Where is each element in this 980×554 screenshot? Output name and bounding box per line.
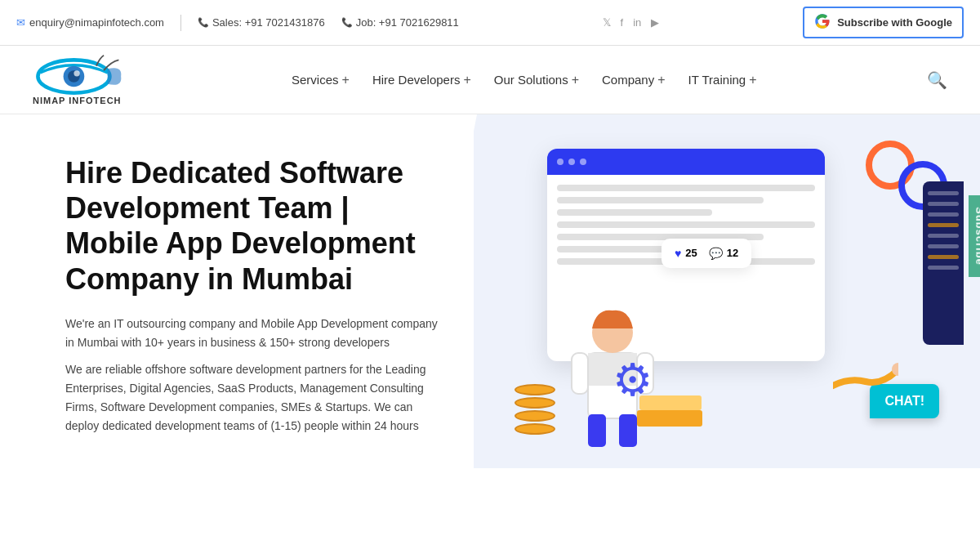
nav-link-it-training[interactable]: IT Training + xyxy=(688,73,757,87)
youtube-icon[interactable]: ▶ xyxy=(651,16,659,29)
svg-rect-7 xyxy=(572,353,588,394)
navbar: NIMAP INFOTECH Services + Hire Developer… xyxy=(0,46,980,114)
divider xyxy=(180,15,181,31)
nav-item-it-training[interactable]: IT Training + xyxy=(688,73,757,87)
linkedin-icon[interactable]: in xyxy=(633,16,641,29)
services-plus-icon: + xyxy=(342,73,350,87)
browser-line-3 xyxy=(557,209,712,216)
browser-bar xyxy=(547,149,825,175)
nav-link-our-solutions[interactable]: Our Solutions + xyxy=(494,73,579,87)
book-stack-bottom xyxy=(639,395,702,410)
subscribe-side-label: Subscribe xyxy=(974,207,981,266)
nav-item-our-solutions[interactable]: Our Solutions + xyxy=(494,73,579,87)
coin-3 xyxy=(514,410,555,422)
google-g-icon xyxy=(814,13,831,32)
hero-illustration: ♥ 25 💬 12 xyxy=(474,114,980,468)
sales-number: Sales: +91 7021431876 xyxy=(212,16,325,29)
social-icons: 𝕏 f in ▶ xyxy=(603,16,660,29)
search-icon[interactable]: 🔍 xyxy=(927,70,947,90)
subscribe-label: Subscribe with Google xyxy=(837,16,952,29)
nav-link-hire-developers[interactable]: Hire Developers + xyxy=(372,73,471,87)
hero-left: Hire Dedicated Software Development Team… xyxy=(0,114,474,468)
browser-dot-3 xyxy=(580,159,586,165)
top-bar-contact: ✉ enquiry@nimapinfotech.com 📞 Sales: +91… xyxy=(16,15,459,31)
svg-rect-9 xyxy=(588,414,606,447)
nav-link-company[interactable]: Company + xyxy=(602,73,666,87)
our-solutions-plus-icon: + xyxy=(572,73,579,87)
phone-icon-job: 📞 xyxy=(341,17,353,28)
phone-icon-sales: 📞 xyxy=(198,17,209,28)
it-training-plus-icon: + xyxy=(749,73,756,87)
logo-text: NIMAP INFOTECH xyxy=(33,96,122,105)
sales-phone: 📞 Sales: +91 7021431876 xyxy=(198,16,325,29)
panel-line-6 xyxy=(928,244,959,248)
panel-line-7 xyxy=(928,255,959,259)
stat-chat-value: 12 xyxy=(727,247,738,259)
browser-dot-1 xyxy=(557,159,564,165)
subscribe-area: Subscribe with Google xyxy=(803,7,964,38)
job-phone: 📞 Job: +91 7021629811 xyxy=(341,16,459,29)
hero-desc1: We're an IT outsourcing company and Mobi… xyxy=(65,315,441,352)
coin-4 xyxy=(514,423,555,435)
dark-side-panel xyxy=(923,181,964,345)
browser-dot-2 xyxy=(568,159,575,165)
panel-line-4 xyxy=(928,223,959,227)
svg-point-3 xyxy=(74,70,79,76)
book-stack-top xyxy=(637,410,702,427)
panel-line-8 xyxy=(928,266,959,270)
browser-line-4 xyxy=(557,221,815,228)
top-bar: ✉ enquiry@nimapinfotech.com 📞 Sales: +91… xyxy=(0,0,980,46)
hire-developers-plus-icon: + xyxy=(463,73,470,87)
nav-item-hire-developers[interactable]: Hire Developers + xyxy=(372,73,471,87)
stats-card: ♥ 25 💬 12 xyxy=(662,239,751,268)
coin-stack xyxy=(514,384,555,435)
hand-illustration xyxy=(833,353,898,402)
email-address: enquiry@nimapinfotech.com xyxy=(29,16,164,29)
chat-bubble-icon: 💬 xyxy=(709,247,723,260)
heart-icon: ♥ xyxy=(675,247,681,260)
logo-image xyxy=(33,54,114,99)
panel-line-3 xyxy=(928,212,959,217)
panel-line-1 xyxy=(928,191,959,195)
stat-heart-value: 25 xyxy=(685,247,697,259)
hero-desc2: We are reliable offshore software develo… xyxy=(65,360,441,436)
job-number: Job: +91 7021629811 xyxy=(356,16,459,29)
illustration-container: ♥ 25 💬 12 xyxy=(498,132,956,451)
stat-chats: 💬 12 xyxy=(709,247,738,260)
hero-right: ♥ 25 💬 12 xyxy=(474,114,980,468)
envelope-icon: ✉ xyxy=(16,16,25,29)
email-contact: ✉ enquiry@nimapinfotech.com xyxy=(16,16,164,29)
coin-2 xyxy=(514,397,555,409)
nav-item-services[interactable]: Services + xyxy=(292,73,350,87)
coin-1 xyxy=(514,384,555,395)
panel-line-2 xyxy=(928,202,959,206)
panel-line-5 xyxy=(928,234,959,238)
company-plus-icon: + xyxy=(657,73,665,87)
subscribe-sidebar-button[interactable]: Subscribe xyxy=(969,195,981,277)
nav-links: Services + Hire Developers + Our Solutio… xyxy=(292,73,756,87)
stat-hearts: ♥ 25 xyxy=(675,247,697,260)
svg-rect-10 xyxy=(619,414,637,447)
logo-area[interactable]: NIMAP INFOTECH xyxy=(33,54,122,105)
nav-item-company[interactable]: Company + xyxy=(602,73,666,87)
nav-link-services[interactable]: Services + xyxy=(292,73,350,87)
facebook-icon[interactable]: f xyxy=(621,16,624,29)
browser-line-2 xyxy=(557,197,764,203)
subscribe-google-button[interactable]: Subscribe with Google xyxy=(803,7,964,38)
hero-title: Hire Dedicated Software Development Team… xyxy=(65,155,441,297)
hero-section: Hire Dedicated Software Development Team… xyxy=(0,114,980,468)
twitter-icon[interactable]: 𝕏 xyxy=(603,16,611,29)
browser-line-1 xyxy=(557,185,815,191)
